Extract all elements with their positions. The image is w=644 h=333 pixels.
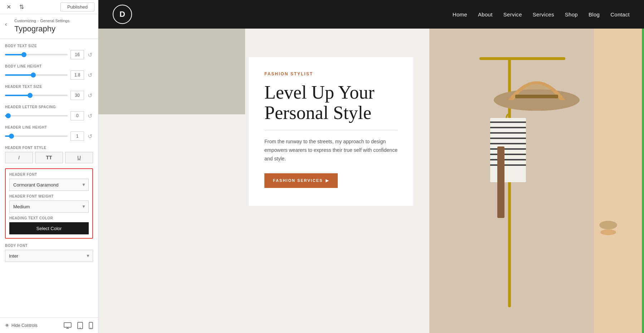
- nav-home[interactable]: Home: [453, 11, 467, 18]
- svg-point-26: [600, 229, 616, 235]
- nav-links: Home About Service Services Shop Blog Co…: [453, 11, 630, 18]
- header-letter-spacing-group: HEADER LETTER SPACING 0 ↺: [5, 105, 93, 120]
- header-text-size-value: 30: [70, 91, 84, 100]
- italic-button[interactable]: I: [5, 152, 33, 163]
- svg-rect-17: [490, 138, 526, 139]
- svg-rect-24: [594, 29, 644, 333]
- svg-rect-0: [64, 323, 71, 327]
- header-line-height-thumb[interactable]: [9, 134, 14, 139]
- body-line-height-reset[interactable]: ↺: [87, 72, 93, 79]
- panel-content: BODY TEXT SIZE 16 ↺ BODY LINE HEIGHT 1.8…: [0, 39, 98, 333]
- back-button[interactable]: ‹: [4, 20, 8, 29]
- nav-blog[interactable]: Blog: [589, 11, 600, 18]
- header-letter-spacing-thumb[interactable]: [6, 113, 11, 118]
- content-subtitle: FASHION STYLIST: [264, 71, 397, 76]
- cta-arrow-icon: ▶: [326, 178, 329, 183]
- topbar-left: ✕ ⇅: [4, 2, 26, 12]
- nav-logo: D: [113, 5, 132, 24]
- header-font-weight-label: HEADER FONT WEIGHT: [9, 194, 89, 198]
- font-style-row: I TT U: [5, 152, 93, 163]
- header-text-size-thumb[interactable]: [28, 93, 33, 98]
- header-line-height-value: 1: [70, 131, 84, 141]
- nav-contact[interactable]: Contact: [610, 11, 630, 18]
- header-line-height-group: HEADER LINE HEIGHT 1 ↺: [5, 125, 93, 141]
- svg-point-6: [91, 328, 91, 328]
- body-text-size-reset[interactable]: ↺: [87, 51, 93, 58]
- body-line-height-track[interactable]: [5, 74, 68, 76]
- nav-shop[interactable]: Shop: [565, 11, 578, 18]
- beige-block: [98, 114, 245, 333]
- header-letter-spacing-track[interactable]: [5, 115, 68, 116]
- svg-rect-12: [515, 95, 558, 98]
- header-letter-spacing-slider-row: 0 ↺: [5, 111, 93, 120]
- eye-icon: 👁: [5, 323, 9, 328]
- header-font-label: HEADER FONT: [9, 173, 89, 177]
- photo-area: [429, 29, 644, 333]
- hide-controls-button[interactable]: 👁 Hide Controls: [5, 323, 38, 328]
- select-color-button[interactable]: Select Color: [9, 222, 89, 234]
- tablet-view-button[interactable]: [77, 322, 83, 329]
- header-line-height-label: HEADER LINE HEIGHT: [5, 125, 93, 129]
- nav-service[interactable]: Service: [503, 11, 522, 18]
- content-title-line2: Personal Style: [264, 103, 371, 123]
- published-button[interactable]: Published: [60, 3, 94, 11]
- header-letter-spacing-reset[interactable]: ↺: [87, 113, 93, 119]
- header-text-size-label: HEADER TEXT SIZE: [5, 85, 93, 89]
- close-button[interactable]: ✕: [4, 2, 14, 12]
- svg-point-25: [599, 221, 617, 229]
- desktop-view-button[interactable]: [64, 322, 72, 329]
- header-line-height-track[interactable]: [5, 135, 68, 137]
- body-text-size-slider-row: 16 ↺: [5, 50, 93, 59]
- cta-button[interactable]: FASHION SERVICES ▶: [264, 173, 338, 188]
- breadcrumb-parent: Customizing: [14, 19, 36, 23]
- header-font-group: HEADER FONT Cormorant Garamond Playfair …: [9, 173, 89, 191]
- svg-rect-19: [490, 148, 526, 150]
- header-text-size-slider-row: 30 ↺: [5, 91, 93, 100]
- body-line-height-thumb[interactable]: [31, 73, 36, 78]
- header-text-size-track[interactable]: [5, 95, 68, 96]
- left-panel: ✕ ⇅ Published Customizing › General Sett…: [0, 0, 98, 333]
- body-font-select-wrapper: Inter Roboto Open Sans Lato ▼: [5, 250, 93, 262]
- bold-button[interactable]: TT: [35, 152, 63, 163]
- mobile-view-button[interactable]: [89, 322, 93, 329]
- header-font-select[interactable]: Cormorant Garamond Playfair Display Merr…: [9, 179, 89, 191]
- body-text-size-thumb[interactable]: [21, 52, 26, 57]
- close-icon: ✕: [6, 4, 11, 10]
- body-line-height-value: 1.8: [70, 70, 84, 80]
- tablet-icon: [77, 322, 83, 329]
- heading-text-color-label: HEADING TEXT COLOR: [9, 216, 89, 220]
- preview-area: D Home About Service Services Shop Blog …: [98, 0, 644, 333]
- body-line-height-label: BODY LINE HEIGHT: [5, 64, 93, 68]
- header-font-style-group: HEADER FONT STYLE I TT U: [5, 146, 93, 163]
- svg-rect-14: [490, 121, 526, 123]
- italic-icon: I: [18, 155, 20, 160]
- header-font-select-wrapper: Cormorant Garamond Playfair Display Merr…: [9, 179, 89, 191]
- panel-header: Customizing › General Settings Typograph…: [0, 14, 98, 39]
- content-body: From the runway to the streets, my appro…: [264, 138, 397, 163]
- desktop-icon: [64, 322, 72, 329]
- nav-services[interactable]: Services: [533, 11, 554, 18]
- preview-main: FASHION STYLIST Level Up Your Personal S…: [245, 29, 644, 333]
- header-font-weight-select[interactable]: Light Regular Medium Bold: [9, 200, 89, 213]
- breadcrumb-child: General Settings: [40, 19, 69, 23]
- svg-rect-23: [497, 146, 504, 218]
- body-text-size-value: 16: [70, 50, 84, 59]
- swap-button[interactable]: ⇅: [16, 2, 26, 12]
- body-text-size-track[interactable]: [5, 54, 68, 55]
- header-text-size-fill: [5, 95, 30, 96]
- body-font-select[interactable]: Inter Roboto Open Sans Lato: [5, 250, 93, 262]
- preview-left-col: [98, 29, 245, 333]
- header-text-size-reset[interactable]: ↺: [87, 92, 93, 99]
- header-font-weight-select-wrapper: Light Regular Medium Bold ▼: [9, 200, 89, 213]
- grey-block: [98, 29, 245, 114]
- header-line-height-reset[interactable]: ↺: [87, 133, 93, 140]
- svg-rect-20: [490, 154, 526, 155]
- svg-rect-22: [490, 164, 526, 166]
- hide-controls-label: Hide Controls: [11, 323, 38, 328]
- svg-rect-9: [479, 57, 565, 60]
- underline-button[interactable]: U: [65, 152, 93, 163]
- body-font-section: BODY FONT Inter Roboto Open Sans Lato ▼: [5, 244, 93, 262]
- svg-point-11: [494, 89, 580, 111]
- breadcrumb: Customizing › General Settings: [14, 19, 93, 23]
- nav-about[interactable]: About: [478, 11, 493, 18]
